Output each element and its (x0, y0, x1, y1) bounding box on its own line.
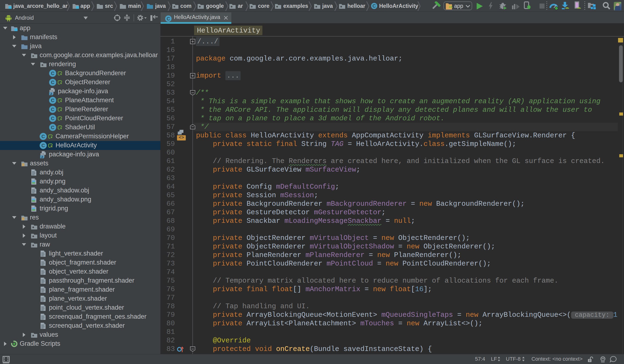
svg-text:C: C (51, 71, 54, 76)
svg-text:C: C (51, 116, 54, 121)
svg-text:C: C (51, 80, 54, 85)
svg-text:C: C (51, 98, 54, 103)
svg-text:J: J (41, 156, 43, 159)
svg-text:C: C (42, 143, 45, 148)
svg-text:T: T (589, 359, 591, 362)
svg-text:C: C (51, 125, 54, 130)
svg-text:C: C (51, 107, 54, 112)
svg-text:J: J (50, 92, 52, 96)
svg-text:C: C (167, 16, 170, 21)
svg-text:C: C (42, 134, 45, 139)
svg-text:C: C (372, 3, 376, 8)
